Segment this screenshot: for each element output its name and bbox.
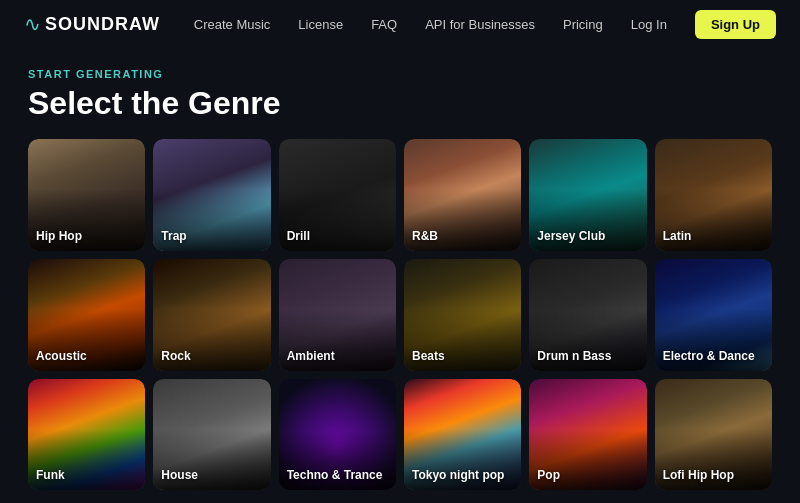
genre-label-electrodance: Electro & Dance [663, 349, 755, 363]
genre-card-drumnbass[interactable]: Drum n Bass [529, 259, 646, 371]
genre-label-rock: Rock [161, 349, 190, 363]
genre-card-electrodance[interactable]: Electro & Dance [655, 259, 772, 371]
genre-label-technotrance: Techno & Trance [287, 468, 383, 482]
genre-label-drill: Drill [287, 229, 310, 243]
genre-label-house: House [161, 468, 198, 482]
genre-grid: Hip HopTrapDrillR&BJersey ClubLatinAcous… [28, 139, 772, 490]
genre-card-funk[interactable]: Funk [28, 379, 145, 491]
genre-label-beats: Beats [412, 349, 445, 363]
nav-license[interactable]: License [298, 17, 343, 32]
genre-label-drumnbass: Drum n Bass [537, 349, 611, 363]
genre-label-ambient: Ambient [287, 349, 335, 363]
genre-label-hiphop: Hip Hop [36, 229, 82, 243]
genre-label-jerseyclub: Jersey Club [537, 229, 605, 243]
genre-card-pop[interactable]: Pop [529, 379, 646, 491]
signup-button[interactable]: Sign Up [695, 10, 776, 39]
genre-label-trap: Trap [161, 229, 186, 243]
genre-card-jerseyclub[interactable]: Jersey Club [529, 139, 646, 251]
genre-label-tokyonightpop: Tokyo night pop [412, 468, 504, 482]
nav-create-music[interactable]: Create Music [194, 17, 271, 32]
nav-api-businesses[interactable]: API for Businesses [425, 17, 535, 32]
genre-card-technotrance[interactable]: Techno & Trance [279, 379, 396, 491]
genre-card-rock[interactable]: Rock [153, 259, 270, 371]
genre-card-trap[interactable]: Trap [153, 139, 270, 251]
login-button[interactable]: Log In [631, 17, 667, 32]
genre-label-acoustic: Acoustic [36, 349, 87, 363]
genre-card-rnb[interactable]: R&B [404, 139, 521, 251]
genre-label-funk: Funk [36, 468, 65, 482]
genre-card-drill[interactable]: Drill [279, 139, 396, 251]
nav-pricing[interactable]: Pricing [563, 17, 603, 32]
main-nav: Create Music License FAQ API for Busines… [194, 10, 776, 39]
genre-card-tokyonightpop[interactable]: Tokyo night pop [404, 379, 521, 491]
genre-card-latin[interactable]: Latin [655, 139, 772, 251]
logo[interactable]: ∿ SOUNDRAW [24, 12, 160, 36]
genre-card-beats[interactable]: Beats [404, 259, 521, 371]
start-label: START GENERATING [28, 68, 772, 80]
genre-card-house[interactable]: House [153, 379, 270, 491]
genre-card-lofihiphop[interactable]: Lofi Hip Hop [655, 379, 772, 491]
nav-faq[interactable]: FAQ [371, 17, 397, 32]
genre-label-latin: Latin [663, 229, 692, 243]
genre-label-pop: Pop [537, 468, 560, 482]
logo-text: SOUNDRAW [45, 14, 160, 35]
genre-card-ambient[interactable]: Ambient [279, 259, 396, 371]
page-title: Select the Genre [28, 86, 772, 121]
genre-label-rnb: R&B [412, 229, 438, 243]
logo-wave-icon: ∿ [24, 12, 41, 36]
genre-label-lofihiphop: Lofi Hip Hop [663, 468, 734, 482]
genre-card-hiphop[interactable]: Hip Hop [28, 139, 145, 251]
genre-card-acoustic[interactable]: Acoustic [28, 259, 145, 371]
